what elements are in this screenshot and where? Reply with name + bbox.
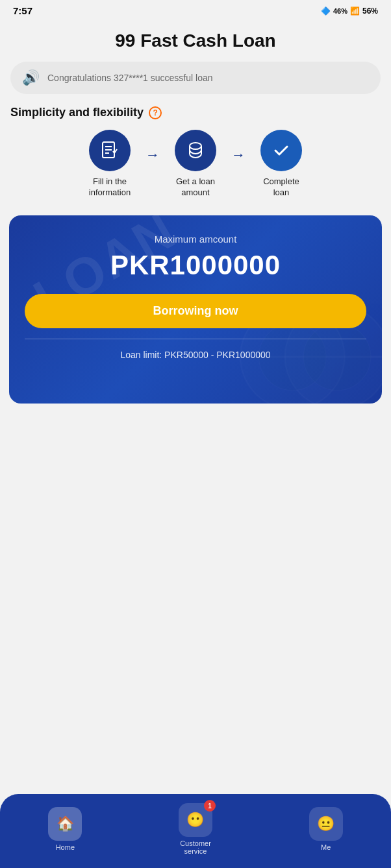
steps-container: Fill in theinformation → Get a loanamoun… xyxy=(0,130,391,211)
status-icons: 🔷 46% 📶 56% xyxy=(321,6,378,16)
svg-point-4 xyxy=(190,143,201,149)
status-bar: 7:57 🔷 46% 📶 56% xyxy=(0,0,391,21)
arrow-2: → xyxy=(231,147,246,163)
notification-bar: 🔊 Congratulations 327****1 successful lo… xyxy=(10,62,381,94)
me-icon-box[interactable]: 😐 xyxy=(309,807,343,841)
signal-bars-icon: 📶 xyxy=(350,6,360,16)
me-icon: 😐 xyxy=(317,815,334,832)
help-icon[interactable]: ? xyxy=(149,106,162,119)
customer-service-icon: 😶 xyxy=(186,812,204,828)
nav-item-home[interactable]: 🏠 Home xyxy=(48,807,82,851)
max-amount-label: Maximum amcount xyxy=(25,234,366,245)
notification-text: Congratulations 327****1 successful loan xyxy=(47,73,213,83)
app-title: 99 Fast Cash Loan xyxy=(0,21,391,62)
home-icon: 🏠 xyxy=(57,815,74,832)
status-time: 7:57 xyxy=(13,5,32,16)
step-1-icon xyxy=(89,130,131,171)
section-title: Simplicity and flexibility ? xyxy=(0,106,391,130)
nav-label-me: Me xyxy=(321,843,331,851)
max-amount-value: PKR1000000 xyxy=(25,250,366,281)
step-2-icon xyxy=(175,130,216,171)
divider xyxy=(25,339,366,339)
loan-card: LOAN Maximum amcount PKR1000000 Borrowin… xyxy=(9,215,382,404)
bluetooth-icon: 🔷 xyxy=(321,6,331,16)
step-1-label: Fill in theinformation xyxy=(89,176,131,199)
nav-label-home: Home xyxy=(56,843,75,851)
arrow-1: → xyxy=(145,147,160,163)
step-2-label: Get a loanamount xyxy=(176,176,215,199)
signal-icon: 46% xyxy=(333,7,347,15)
bottom-nav: 🏠 Home 😶 1 Customerservice 😐 Me xyxy=(0,794,391,868)
step-3: Completeloan xyxy=(246,130,317,199)
nav-item-customer-service[interactable]: 😶 1 Customerservice xyxy=(179,803,212,855)
nav-label-customer-service: Customerservice xyxy=(180,839,211,855)
loan-limit-text: Loan limit: PKR50000 - PKR1000000 xyxy=(25,350,366,360)
step-2: Get a loanamount xyxy=(160,130,231,199)
step-3-label: Completeloan xyxy=(263,176,299,199)
borrow-now-button[interactable]: Borrowing now xyxy=(25,294,366,328)
notification-badge: 1 xyxy=(204,800,216,812)
step-1: Fill in theinformation xyxy=(74,130,145,199)
section-title-text: Simplicity and flexibility xyxy=(10,106,144,119)
customer-service-icon-box[interactable]: 😶 1 xyxy=(179,803,212,837)
nav-item-me[interactable]: 😐 Me xyxy=(309,807,343,851)
speaker-icon: 🔊 xyxy=(22,69,40,86)
step-3-icon xyxy=(260,130,302,171)
battery-icon: 56% xyxy=(362,6,378,16)
home-icon-box[interactable]: 🏠 xyxy=(48,807,82,841)
